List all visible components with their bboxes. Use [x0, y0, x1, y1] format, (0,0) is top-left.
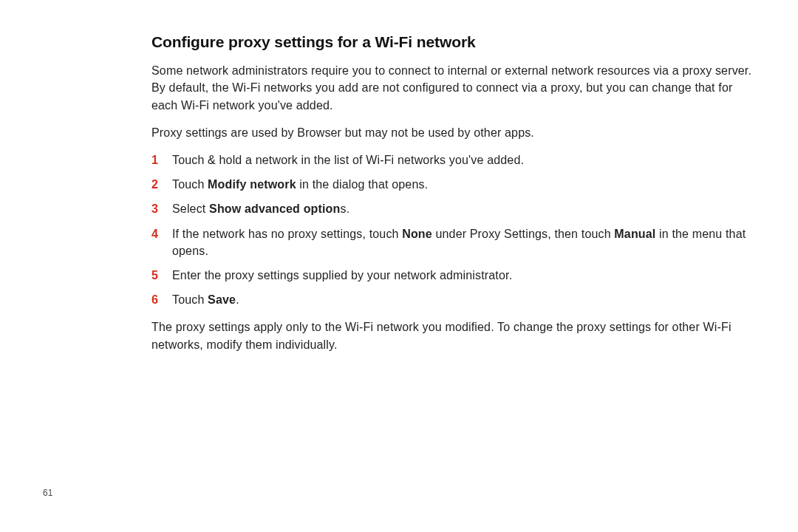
outro-paragraph: The proxy settings apply only to the Wi-…: [151, 318, 757, 352]
step-text-run: If the network has no proxy settings, to…: [172, 228, 402, 240]
step-item: 2Touch Modify network in the dialog that…: [151, 176, 757, 193]
step-text-run: s.: [340, 202, 349, 215]
step-text-run: Touch: [172, 293, 208, 306]
step-item: 4If the network has no proxy settings, t…: [151, 225, 757, 259]
step-list: 1Touch & hold a network in the list of W…: [151, 151, 757, 308]
step-text-run: under Proxy Settings, then touch: [432, 228, 614, 240]
intro-paragraph-2: Proxy settings are used by Browser but m…: [151, 124, 757, 141]
step-item: 5Enter the proxy settings supplied by yo…: [151, 267, 757, 284]
step-number: 6: [151, 291, 172, 308]
step-text: Touch Save.: [172, 291, 757, 308]
step-text-run: Touch: [172, 178, 208, 191]
step-text: Touch Modify network in the dialog that …: [172, 176, 757, 193]
step-text: If the network has no proxy settings, to…: [172, 225, 757, 259]
step-number: 3: [151, 200, 172, 217]
step-text-run: Touch & hold a network in the list of Wi…: [172, 154, 524, 166]
section-heading: Configure proxy settings for a Wi-Fi net…: [151, 33, 757, 52]
step-text: Enter the proxy settings supplied by you…: [172, 267, 757, 284]
step-item: 1Touch & hold a network in the list of W…: [151, 151, 757, 168]
step-text-bold: None: [402, 228, 432, 240]
step-number: 1: [151, 151, 172, 168]
step-number: 5: [151, 267, 172, 284]
step-text-bold: Save: [208, 293, 236, 306]
step-item: 3Select Show advanced options.: [151, 200, 757, 217]
step-item: 6Touch Save.: [151, 291, 757, 308]
step-number: 2: [151, 176, 172, 193]
step-text-bold: Manual: [614, 228, 655, 240]
document-page: Configure proxy settings for a Wi-Fi net…: [0, 0, 798, 532]
intro-paragraph-1: Some network administrators require you …: [151, 62, 757, 114]
step-text-run: .: [236, 293, 239, 306]
step-text-run: Select: [172, 202, 209, 215]
step-text-run: in the dialog that opens.: [296, 178, 429, 191]
step-number: 4: [151, 225, 172, 259]
step-text-bold: Show advanced option: [209, 202, 340, 215]
step-text-bold: Modify network: [208, 178, 296, 191]
step-text: Touch & hold a network in the list of Wi…: [172, 151, 757, 168]
step-text: Select Show advanced options.: [172, 200, 757, 217]
step-text-run: Enter the proxy settings supplied by you…: [172, 269, 512, 282]
page-number: 61: [43, 488, 53, 498]
